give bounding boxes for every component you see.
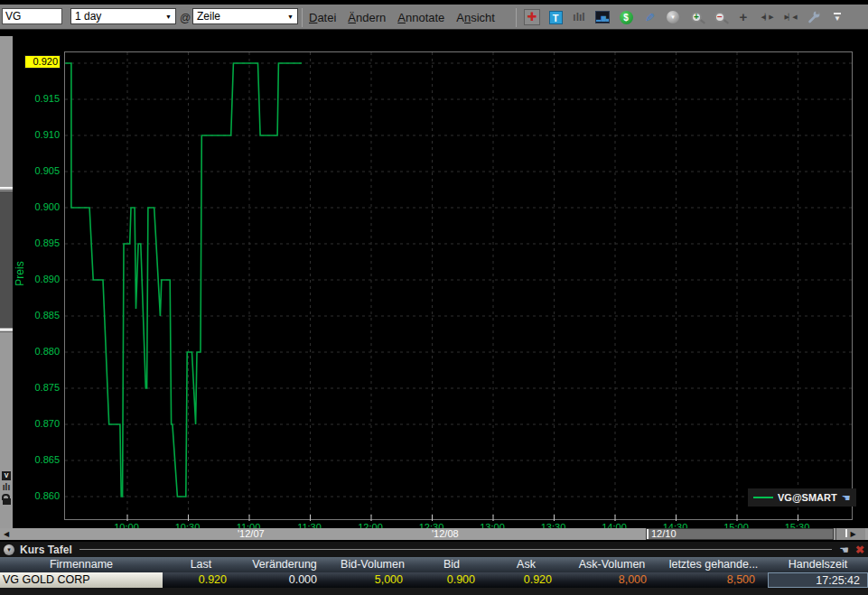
y-tick-label: 0.915 (23, 92, 60, 105)
dollar-icon[interactable]: $ (618, 9, 634, 25)
zoom-out-icon[interactable]: − (712, 9, 728, 25)
quote-table-header-row: FirmennameLastVeränderungBid-VolumenBidA… (0, 557, 868, 572)
at-label: @ (180, 12, 191, 24)
chevron-down-icon[interactable]: ▼ (284, 9, 297, 23)
v-tool-icon[interactable]: V (2, 471, 11, 480)
toolbar-menu-icon[interactable]: ▼ (829, 9, 845, 25)
quote-cell-7[interactable]: 8,000 (565, 572, 659, 588)
quote-cell-4[interactable]: 5,000 (330, 572, 415, 588)
mini-chart-icon[interactable]: ▂▆▃ (594, 9, 611, 25)
histogram-icon[interactable]: ılı (3, 483, 10, 491)
quote-panel-header: ▼ Kurs Tafel ☚ ✖ (0, 542, 868, 557)
scrollbar-tick (647, 529, 649, 539)
menu-ansicht[interactable]: Ansicht (456, 11, 495, 24)
column-header-5[interactable]: Bid (415, 557, 488, 572)
column-header-2[interactable]: Last (163, 557, 239, 572)
period-select-value: 1 day (75, 10, 101, 23)
y-tick-label: 0.885 (23, 309, 60, 321)
toolbar-separator (302, 8, 303, 27)
y-tick-label: 0.880 (23, 345, 60, 358)
y-tick-label: 0.860 (23, 489, 60, 502)
y-tick-label: 0.870 (23, 417, 60, 430)
chart-plot-area[interactable] (64, 51, 853, 520)
chart-side-tools: V ılı (0, 471, 13, 505)
chart-style-value: Zeile (197, 10, 220, 23)
quote-cell-1[interactable]: VG GOLD CORP (0, 572, 163, 588)
legend-series-label: VG@SMART (778, 492, 837, 503)
horizontal-scrollbar[interactable]: ◀ ▶ '12/07'12/0812/10 (0, 528, 868, 540)
draw-tool-icon[interactable]: ✎ (641, 9, 658, 25)
menu-annotate[interactable]: Annotate (397, 11, 444, 24)
quote-cell-9[interactable]: 17:25:42 (768, 572, 868, 588)
quote-cell-2[interactable]: 0.920 (163, 572, 239, 588)
collapse-panel-icon[interactable]: ▼ (4, 544, 14, 555)
circle-dropdown-icon[interactable]: ▼ (665, 9, 681, 25)
column-header-7[interactable]: Ask-Volumen (565, 557, 659, 572)
toolbar-separator (516, 8, 517, 27)
y-tick-label: 0.875 (23, 381, 60, 394)
legend-line-swatch (753, 497, 773, 498)
symbol-input[interactable] (2, 8, 62, 24)
y-tick-label: 0.905 (23, 164, 60, 177)
zoom-in-icon[interactable]: + (688, 9, 705, 25)
menu-ndern[interactable]: Ändern (348, 11, 386, 24)
splitter-handle[interactable] (0, 329, 13, 332)
y-tick-label: 0.895 (23, 237, 60, 249)
y-tick-label: 0.910 (23, 128, 60, 141)
menu-datei[interactable]: Datei (309, 11, 336, 24)
toolbar-icons: ✚Tılıl▂▆▃$✎▼+−+◀▏▶▶▏◀▼ (524, 5, 845, 30)
drag-hand-icon[interactable]: ☚ (839, 544, 849, 555)
quote-cell-8[interactable]: 8,500 (659, 572, 768, 588)
close-panel-icon[interactable]: ✖ (855, 544, 864, 555)
window-bottom-edge (0, 588, 868, 595)
chevron-down-icon[interactable]: ▼ (162, 9, 175, 23)
hand-cursor-icon: ☚ (842, 493, 851, 503)
compress-horizontal-icon[interactable]: ▶▏◀ (782, 9, 798, 25)
chart-legend[interactable]: VG@SMART ☚ (748, 488, 856, 507)
scrollbar-date-label: '12/08 (432, 528, 459, 540)
chart-style-select[interactable]: Zeile ▼ (192, 8, 298, 24)
expand-horizontal-icon[interactable]: ◀▏▶ (759, 9, 775, 25)
move-icon[interactable]: ✚ (524, 9, 540, 25)
lock-open-icon[interactable] (3, 498, 11, 505)
text-tool-icon[interactable]: T (547, 9, 564, 25)
crosshair-icon[interactable]: + (735, 9, 751, 25)
price-series-line (65, 63, 302, 497)
panel-header-rule (79, 549, 832, 550)
toolbar: 1 day ▼ @ Zeile ▼ DateiÄndernAnnotateAns… (0, 5, 868, 30)
quote-panel-title: Kurs Tafel (20, 544, 72, 556)
scroll-right-button[interactable]: ▶ (835, 528, 865, 540)
vertical-scrollbar-track[interactable] (0, 191, 13, 328)
period-select[interactable]: 1 day ▼ (70, 8, 176, 24)
column-header-6[interactable]: Ask (488, 557, 565, 572)
quote-cell-3[interactable]: 0.000 (239, 572, 330, 588)
scrollbar-date-label: 12/10 (651, 528, 677, 540)
volume-bars-icon[interactable]: ılıl (571, 9, 587, 25)
menu-bar: DateiÄndernAnnotateAnsicht (309, 5, 495, 30)
scrollbar-date-label: '12/07 (238, 528, 265, 540)
y-tick-label: 0.865 (23, 453, 60, 466)
splitter-handle[interactable] (0, 187, 13, 191)
wrench-icon[interactable] (806, 9, 822, 25)
column-header-1[interactable]: Firmenname (0, 557, 163, 572)
vertical-scrollbar[interactable]: V ılı (0, 36, 13, 528)
column-header-3[interactable]: Veränderung (239, 557, 330, 572)
y-tick-label: 0.890 (23, 273, 60, 285)
column-header-4[interactable]: Bid-Volumen (330, 557, 415, 572)
quote-table-row[interactable]: VG GOLD CORP0.9200.0005,0000.9000.9208,0… (0, 572, 868, 588)
column-header-9[interactable]: Handelszeit (768, 557, 868, 572)
price-line-chart (65, 52, 854, 521)
quote-cell-6[interactable]: 0.920 (488, 572, 565, 588)
column-header-8[interactable]: letztes gehande... (659, 557, 768, 572)
scroll-left-button[interactable]: ◀ (0, 528, 13, 540)
last-price-label: 0.920 (24, 55, 61, 69)
quote-cell-5[interactable]: 0.900 (415, 572, 488, 588)
trading-app-window: 1 day ▼ @ Zeile ▼ DateiÄndernAnnotateAns… (0, 0, 868, 595)
y-tick-label: 0.900 (23, 200, 60, 213)
